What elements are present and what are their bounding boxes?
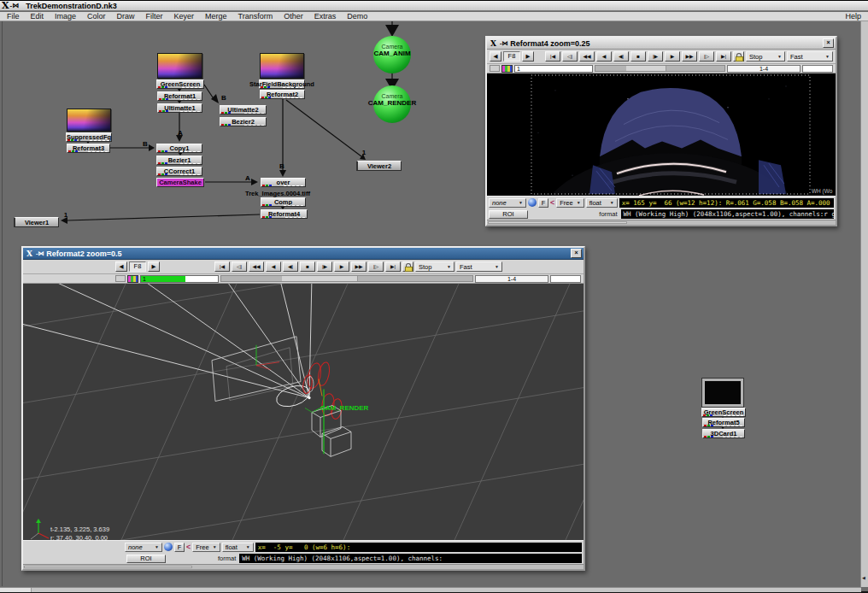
step-forward-button[interactable]: |▶ [317,261,332,272]
node-camerashake[interactable]: CameraShake [156,178,204,187]
node-copy1[interactable]: Copy1 [156,144,202,153]
full-res-button[interactable]: F [538,198,548,208]
node-ultimatte1[interactable]: Ultimatte1 [157,103,202,113]
fast-forward-button[interactable]: ▶▶ [682,51,697,62]
menu-file[interactable]: File [7,12,20,21]
datatype-select[interactable]: float ▼ [586,198,618,208]
speed-select[interactable]: Fast ▼ [456,261,502,272]
playback-mode-select[interactable]: Stop ▼ [746,51,785,62]
slider-thumb[interactable] [282,276,358,281]
node-reformat5[interactable]: Reformat5 [702,418,745,427]
node-comp[interactable]: Comp [261,197,306,207]
node-cam-render[interactable]: Camera CAM_RENDER [373,85,411,123]
menu-filter[interactable]: Filter [146,12,163,21]
frame-input[interactable]: 1 [140,275,219,283]
spare-input[interactable] [802,65,833,73]
node-reformat4[interactable]: Reformat4 [261,209,308,219]
menu-color[interactable]: Color [87,12,106,21]
node-greenscreen2[interactable]: GreenScreen [701,408,746,417]
frame-range-input[interactable]: 1-4 [727,65,801,73]
globe-icon[interactable] [528,198,537,207]
play-backward-button[interactable]: ◀ [266,261,281,272]
lock-icon[interactable] [402,261,413,272]
timeline-slider[interactable] [220,275,473,282]
frame-input[interactable]: 1 [514,65,593,73]
node-suppressedfg[interactable]: SuppressedFg [66,132,112,142]
spare-input[interactable] [550,275,581,283]
close-icon[interactable]: × [571,249,582,258]
menu-merge[interactable]: Merge [205,12,227,21]
node-3dcard1[interactable]: 3DCard1 [702,429,745,438]
play-button[interactable]: ▶ [665,51,680,62]
scrollbar-thumb[interactable] [0,588,32,592]
frame-forward-button[interactable]: |▷ [368,261,384,272]
go-start-button[interactable]: |◀ [214,261,230,272]
menu-other[interactable]: Other [284,12,303,21]
aspect-button[interactable] [115,275,126,282]
lock-icon[interactable] [733,51,744,62]
next-key-button[interactable]: ▶ [522,51,534,62]
channel-select[interactable]: none ▼ [489,198,526,208]
step-back-button[interactable]: ◀| [613,51,629,62]
window-menu-icon[interactable]: -⋈ [36,250,44,257]
node-ultimatte2[interactable]: Ultimatte2 [220,105,267,114]
globe-icon[interactable] [164,543,173,551]
viewer-3d-area[interactable]: CAM_RENDER t-2.135, 3.225, 3.639 r: 37.4… [23,284,584,540]
menu-keyer[interactable]: Keyer [174,12,195,21]
node-greenscreen[interactable]: GreenScreen [156,79,204,89]
datatype-select[interactable]: float ▼ [222,543,254,552]
menu-transform[interactable]: Transform [238,12,273,21]
hotkey-field[interactable]: F8 [129,261,146,272]
pointer-icon[interactable]: < [186,543,191,551]
aspect-button[interactable] [490,65,500,72]
next-key-button[interactable]: ▶ [148,261,160,272]
free-mode-select[interactable]: Free ▼ [192,543,220,552]
menu-image[interactable]: Image [55,12,76,21]
close-icon[interactable]: × [823,38,834,48]
timeline-slider[interactable] [595,65,725,72]
viewer-image-area[interactable]: WH (Wo [487,73,836,196]
stop-button[interactable]: ■ [300,261,315,272]
node-viewer2[interactable]: Viewer2 [356,161,402,171]
prev-key-button[interactable]: ◀ [115,261,127,272]
menu-extras[interactable]: Extras [314,12,337,21]
full-res-button[interactable]: F [174,543,185,552]
menu-draw[interactable]: Draw [117,12,135,21]
thumbnail-starfield[interactable] [260,53,304,79]
fast-forward-button[interactable]: ▶▶ [351,261,367,272]
frame-range-input[interactable]: 1-4 [475,275,548,283]
node-reformat2[interactable]: Reformat2 [260,90,305,99]
node-viewer1[interactable]: Viewer1 [14,217,59,227]
main-vertical-scrollbar[interactable]: ◀ [860,21,868,587]
scrollbar-thumb[interactable] [488,221,627,224]
channel-select[interactable]: none ▼ [125,543,162,552]
main-horizontal-scrollbar[interactable] [0,587,861,592]
viewer-scrollbar[interactable] [23,564,584,569]
playback-mode-select[interactable]: Stop ▼ [415,261,455,272]
node-starfield[interactable]: StarFieldBackground [259,79,305,89]
channels-icon[interactable] [501,65,513,73]
step-back-button[interactable]: ◀| [283,261,298,272]
channels-icon[interactable] [127,275,138,283]
node-bezier1[interactable]: Bezier1 [156,156,202,165]
frame-back-button[interactable]: ◁| [562,51,578,62]
play-button[interactable]: ▶ [334,261,349,272]
viewer-titlebar[interactable]: X -⋈ Reformat2 zoom=0.5 × [23,248,584,260]
node-bezier2[interactable]: Bezier2 [220,117,267,126]
prev-key-button[interactable]: ◀ [490,51,501,62]
node-ccorrect1[interactable]: CCorrect1 [156,167,202,176]
scroll-arrow-icon[interactable]: ◀ [862,575,865,580]
main-titlebar[interactable]: X -⋈ TrekDemonstrationD.nk3 [0,0,868,11]
viewer-scrollbar[interactable] [487,220,836,225]
pointer-icon[interactable]: < [550,199,554,207]
thumbnail-suppressedfg[interactable] [67,109,111,132]
thumbnail-greenscreen[interactable] [157,53,202,79]
frame-back-button[interactable]: ◁| [232,261,247,272]
slider-thumb[interactable] [626,66,666,71]
rewind-button[interactable]: ◀◀ [579,51,595,62]
window-menu-icon[interactable]: -⋈ [500,40,507,47]
go-end-button[interactable]: ▶| [716,51,731,62]
go-start-button[interactable]: |◀ [545,51,560,62]
thumbnail-greenscreen2[interactable] [702,379,743,407]
roi-button[interactable]: ROI [126,555,166,563]
